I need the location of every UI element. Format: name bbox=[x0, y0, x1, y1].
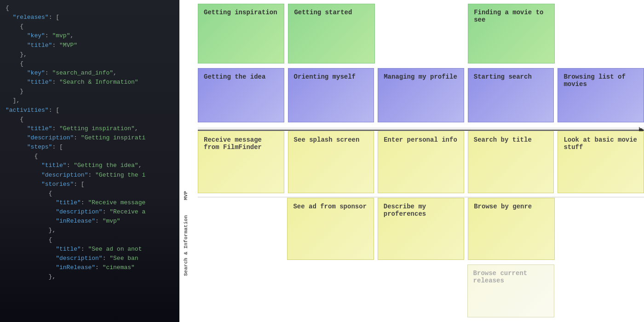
divider-top bbox=[198, 128, 644, 128]
story-row-1: Receive message from FilmFinder See spla… bbox=[198, 131, 644, 193]
code-line: "steps": [ bbox=[6, 143, 174, 152]
code-line: "title": "Receive message bbox=[6, 198, 174, 207]
code-line: "activities": [ bbox=[6, 106, 174, 115]
arrow-line bbox=[198, 130, 644, 131]
step-card-starting-search: Starting search bbox=[468, 68, 554, 122]
code-line: { bbox=[6, 152, 174, 161]
header-card-empty1 bbox=[379, 4, 464, 63]
code-line: "title": "MVP" bbox=[6, 41, 174, 50]
story-browse-current: Browse current releases bbox=[467, 264, 554, 317]
header-card-finding-movie: Finding a movie to see bbox=[468, 4, 554, 63]
header-card-getting-inspiration: Getting inspiration bbox=[198, 4, 284, 63]
header-card-getting-started: Getting started bbox=[288, 4, 374, 63]
step-card-browsing-list: Browsing list of movies bbox=[558, 68, 644, 122]
story-search-title: Search by title bbox=[468, 131, 554, 193]
story-describe-preferences: Describe my proferences bbox=[378, 198, 464, 260]
code-line: "title": "See ad on anot bbox=[6, 245, 174, 254]
code-line: { bbox=[6, 59, 174, 69]
code-line: }, bbox=[6, 226, 174, 235]
story-row-3: Browse current releases bbox=[198, 264, 644, 317]
code-line: "releases": [ bbox=[6, 13, 174, 22]
code-line: "stories": [ bbox=[6, 180, 174, 189]
step-card-orienting: Orienting myself bbox=[288, 68, 374, 122]
story-browse-genre: Browse by genre bbox=[468, 198, 554, 260]
story-receive-message: Receive message from FilmFinder bbox=[198, 131, 284, 193]
code-line: { bbox=[6, 4, 174, 13]
story-empty-3a bbox=[198, 264, 284, 317]
divider-middle bbox=[198, 197, 644, 197]
code-line: } bbox=[6, 87, 174, 96]
step-card-getting-idea: Getting the idea bbox=[198, 68, 284, 122]
code-line: { bbox=[6, 189, 174, 198]
story-basic-movie: Look at basic movie stuff bbox=[558, 131, 644, 193]
code-line: { bbox=[6, 115, 174, 124]
story-empty-3e bbox=[558, 264, 644, 317]
story-enter-personal: Enter personal info bbox=[378, 131, 464, 193]
code-line: "title": "Getting inspiration", bbox=[6, 124, 174, 133]
header-row: Getting inspiration Getting started Find… bbox=[198, 4, 644, 63]
code-panel: { "releases": [ { "key": "mvp", "title":… bbox=[0, 0, 179, 322]
story-empty-3c bbox=[377, 264, 463, 317]
code-line: "key": "search_and_info", bbox=[6, 69, 174, 78]
steps-row: Getting the idea Orienting myself Managi… bbox=[198, 68, 644, 122]
diagram-panel: Getting inspiration Getting started Find… bbox=[179, 0, 644, 322]
code-line: "key": "mvp", bbox=[6, 31, 174, 40]
story-empty-2e bbox=[558, 198, 644, 260]
code-line: "description": "Getting the i bbox=[6, 171, 174, 180]
code-line: "title": "Getting the idea", bbox=[6, 161, 174, 170]
code-line: { bbox=[6, 236, 174, 245]
code-line: "title": "Search & Information" bbox=[6, 78, 174, 87]
search-label: Search & Information bbox=[183, 207, 189, 276]
story-row-2: See ad from sponsor Describe my proferen… bbox=[198, 198, 644, 260]
code-line: "inRelease": "mvp" bbox=[6, 217, 174, 226]
code-line: ], bbox=[6, 96, 174, 105]
code-line: "inRelease": "cinemas" bbox=[6, 263, 174, 272]
header-card-empty2 bbox=[558, 4, 644, 63]
code-line: "description": "See ban bbox=[6, 254, 174, 263]
story-see-splash: See splash screen bbox=[288, 131, 374, 193]
code-line: }, bbox=[6, 50, 174, 59]
step-card-managing-profile: Managing my profile bbox=[378, 68, 464, 122]
story-see-ad: See ad from sponsor bbox=[287, 198, 374, 260]
code-line: "description": "Receive a bbox=[6, 207, 174, 217]
mvp-label: MVP bbox=[183, 136, 189, 200]
code-line: "description": "Getting inspirati bbox=[6, 133, 174, 143]
code-line: { bbox=[6, 22, 174, 31]
story-empty-2a bbox=[198, 198, 283, 260]
code-line: }, bbox=[6, 272, 174, 282]
story-empty-3b bbox=[288, 264, 374, 317]
